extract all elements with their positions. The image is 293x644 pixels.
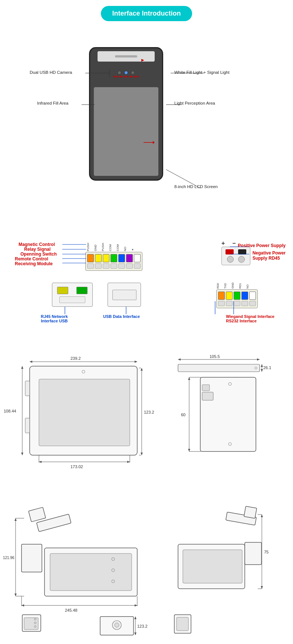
screw-3 — [103, 263, 109, 269]
svg-rect-56 — [202, 385, 210, 391]
svg-marker-52 — [261, 369, 263, 372]
pin-label-push2: PUSH — [102, 236, 108, 251]
label-opening: Openning Switch — [20, 252, 57, 257]
svg-text:26.1: 26.1 — [263, 365, 271, 370]
screw-6 — [126, 263, 133, 269]
usb-body — [108, 283, 141, 307]
w-screw-4 — [241, 301, 248, 306]
w-pin-no: NO — [246, 275, 253, 289]
title-badge: Interface Introduction — [101, 6, 192, 21]
label-negative: Negative Power Supply RD45 — [253, 250, 286, 261]
section-interfaces: PUSH GND PUSH COM COM NO ✶ — [0, 221, 293, 340]
w-screw-2 — [226, 301, 233, 306]
rj45-slot — [59, 296, 85, 303]
camera-area — [108, 64, 145, 84]
w-pin-rd0: RD0 — [216, 275, 223, 289]
svg-rect-22 — [25, 381, 30, 396]
w-pin-rd1: RD1 — [238, 275, 245, 289]
w-pin-4 — [241, 292, 248, 300]
section-device-front: ▶ — [0, 25, 293, 218]
svg-marker-27 — [141, 368, 143, 371]
svg-marker-107 — [134, 617, 136, 619]
label-white-fill: White Fill Light + Signal Light — [174, 70, 230, 75]
ir-dot-2 — [117, 76, 119, 78]
minus-label: − — [232, 240, 236, 247]
w-pin-gnd: GND — [231, 275, 238, 289]
rj45-spacer — [70, 287, 74, 290]
label-usb-data: USB Data Interface — [103, 314, 140, 319]
label-light-perception: Light Perception Area — [174, 101, 215, 105]
terminal-pins-top — [87, 254, 141, 262]
camera-dot-center — [124, 71, 128, 75]
svg-marker-32 — [135, 361, 137, 363]
camera-row — [118, 71, 135, 75]
w-screw-5 — [249, 301, 256, 306]
w-pin-txd: TXD — [224, 275, 230, 289]
svg-marker-60 — [188, 377, 190, 380]
terminal-pins-bottom — [87, 263, 141, 269]
rj45-connector-box — [52, 283, 93, 307]
svg-marker-40 — [127, 461, 130, 463]
svg-text:239.2: 239.2 — [70, 356, 81, 361]
svg-marker-28 — [141, 453, 143, 455]
ir-dot-5 — [127, 76, 129, 78]
camera-dot-right — [131, 71, 135, 75]
rj45-port-1 — [57, 287, 68, 294]
svg-marker-35 — [21, 366, 23, 369]
rj45-port-2 — [76, 287, 88, 294]
svg-marker-36 — [21, 453, 23, 455]
wiegand-terminal: RD0 TXD GND RD1 NO — [216, 275, 258, 308]
usb-port — [112, 290, 136, 300]
terminal-body — [85, 252, 142, 271]
svg-rect-23 — [25, 418, 30, 433]
device-top-bar: ▶ — [98, 51, 155, 62]
pin-4 — [111, 254, 117, 262]
svg-text:123.2: 123.2 — [137, 624, 148, 628]
screw-4 — [111, 263, 117, 269]
wiegand-body — [216, 289, 258, 308]
ir-dot-area — [111, 76, 141, 78]
svg-text:108.44: 108.44 — [4, 409, 16, 413]
svg-text:123.2: 123.2 — [144, 410, 154, 414]
w-pin-2 — [226, 292, 233, 300]
power-screw-1 — [227, 256, 234, 263]
ir-dot-8 — [137, 76, 139, 78]
svg-marker-81 — [135, 604, 137, 607]
camera-dot-left — [118, 71, 121, 75]
svg-marker-51 — [261, 364, 263, 367]
svg-marker-75 — [14, 594, 17, 596]
svg-rect-55 — [202, 392, 213, 400]
label-rj45: RJ45 Network Interface USB — [41, 314, 68, 323]
svg-marker-48 — [257, 358, 260, 361]
pin-label-com: COM — [109, 236, 116, 251]
page-header: Interface Introduction — [0, 0, 293, 25]
svg-marker-47 — [178, 358, 181, 361]
w-pin-3 — [234, 292, 240, 300]
pin-7 — [134, 254, 141, 262]
section-dimensions-front: 123.2 239.2 108.44 173.02 105.5 26.1 — [0, 344, 293, 485]
page-title: Interface Introduction — [112, 10, 181, 17]
power-screw-2 — [238, 256, 245, 263]
svg-text:60: 60 — [181, 413, 185, 417]
svg-marker-108 — [134, 632, 136, 635]
svg-marker-97 — [261, 586, 263, 589]
svg-rect-93 — [245, 542, 261, 565]
svg-text:75: 75 — [264, 550, 269, 554]
ir-dot-4 — [124, 76, 125, 78]
svg-rect-92 — [244, 506, 257, 519]
label-dual-usb: Dual USB HD Camera — [30, 70, 72, 75]
rj45-body — [52, 283, 93, 307]
ir-dot-6 — [130, 76, 132, 78]
pin-label-push1: PUSH — [87, 236, 93, 251]
pin-1 — [87, 254, 94, 262]
svg-marker-74 — [14, 518, 17, 521]
svg-marker-31 — [30, 361, 32, 363]
label-positive: Positive Power Supply — [238, 243, 286, 248]
rj45-ports — [57, 287, 88, 294]
power-terminal-positive — [225, 249, 234, 254]
w-screw-1 — [218, 301, 225, 306]
power-terminal-negative — [238, 249, 246, 254]
pin-labels-row: PUSH GND PUSH COM COM NO ✶ — [85, 236, 142, 251]
dimensions-svg: 123.2 239.2 108.44 173.02 105.5 26.1 — [0, 344, 293, 485]
wiegand-pin-labels: RD0 TXD GND RD1 NO — [216, 275, 258, 289]
